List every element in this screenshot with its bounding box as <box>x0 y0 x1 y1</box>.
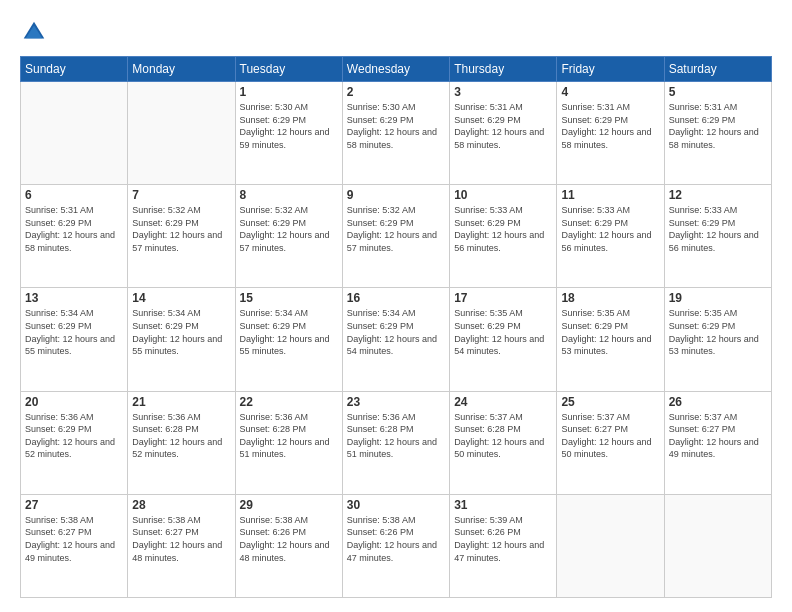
day-number: 8 <box>240 188 338 202</box>
calendar-day-cell: 7Sunrise: 5:32 AMSunset: 6:29 PMDaylight… <box>128 185 235 288</box>
calendar-day-cell: 8Sunrise: 5:32 AMSunset: 6:29 PMDaylight… <box>235 185 342 288</box>
day-detail: Sunrise: 5:35 AMSunset: 6:29 PMDaylight:… <box>669 307 767 357</box>
calendar-day-cell: 31Sunrise: 5:39 AMSunset: 6:26 PMDayligh… <box>450 494 557 597</box>
calendar-week-row: 13Sunrise: 5:34 AMSunset: 6:29 PMDayligh… <box>21 288 772 391</box>
calendar-day-cell: 16Sunrise: 5:34 AMSunset: 6:29 PMDayligh… <box>342 288 449 391</box>
calendar-day-cell: 2Sunrise: 5:30 AMSunset: 6:29 PMDaylight… <box>342 82 449 185</box>
calendar-table: SundayMondayTuesdayWednesdayThursdayFrid… <box>20 56 772 598</box>
day-detail: Sunrise: 5:38 AMSunset: 6:27 PMDaylight:… <box>25 514 123 564</box>
calendar-day-cell: 15Sunrise: 5:34 AMSunset: 6:29 PMDayligh… <box>235 288 342 391</box>
calendar-day-cell: 23Sunrise: 5:36 AMSunset: 6:28 PMDayligh… <box>342 391 449 494</box>
day-number: 3 <box>454 85 552 99</box>
logo-icon <box>20 18 48 46</box>
calendar-day-cell: 28Sunrise: 5:38 AMSunset: 6:27 PMDayligh… <box>128 494 235 597</box>
day-number: 14 <box>132 291 230 305</box>
day-number: 5 <box>669 85 767 99</box>
day-number: 26 <box>669 395 767 409</box>
weekday-header: Monday <box>128 57 235 82</box>
day-detail: Sunrise: 5:35 AMSunset: 6:29 PMDaylight:… <box>454 307 552 357</box>
day-detail: Sunrise: 5:34 AMSunset: 6:29 PMDaylight:… <box>240 307 338 357</box>
day-number: 22 <box>240 395 338 409</box>
day-detail: Sunrise: 5:36 AMSunset: 6:29 PMDaylight:… <box>25 411 123 461</box>
weekday-header: Wednesday <box>342 57 449 82</box>
calendar-day-cell: 30Sunrise: 5:38 AMSunset: 6:26 PMDayligh… <box>342 494 449 597</box>
day-detail: Sunrise: 5:38 AMSunset: 6:27 PMDaylight:… <box>132 514 230 564</box>
day-detail: Sunrise: 5:36 AMSunset: 6:28 PMDaylight:… <box>347 411 445 461</box>
calendar-day-cell: 3Sunrise: 5:31 AMSunset: 6:29 PMDaylight… <box>450 82 557 185</box>
day-number: 18 <box>561 291 659 305</box>
calendar-week-row: 27Sunrise: 5:38 AMSunset: 6:27 PMDayligh… <box>21 494 772 597</box>
day-detail: Sunrise: 5:39 AMSunset: 6:26 PMDaylight:… <box>454 514 552 564</box>
day-number: 1 <box>240 85 338 99</box>
weekday-header: Friday <box>557 57 664 82</box>
calendar-day-cell: 24Sunrise: 5:37 AMSunset: 6:28 PMDayligh… <box>450 391 557 494</box>
calendar-day-cell: 21Sunrise: 5:36 AMSunset: 6:28 PMDayligh… <box>128 391 235 494</box>
calendar-day-cell: 19Sunrise: 5:35 AMSunset: 6:29 PMDayligh… <box>664 288 771 391</box>
calendar-day-cell <box>557 494 664 597</box>
day-detail: Sunrise: 5:31 AMSunset: 6:29 PMDaylight:… <box>669 101 767 151</box>
weekday-header: Tuesday <box>235 57 342 82</box>
day-detail: Sunrise: 5:36 AMSunset: 6:28 PMDaylight:… <box>240 411 338 461</box>
weekday-header: Thursday <box>450 57 557 82</box>
day-detail: Sunrise: 5:30 AMSunset: 6:29 PMDaylight:… <box>240 101 338 151</box>
calendar-day-cell: 1Sunrise: 5:30 AMSunset: 6:29 PMDaylight… <box>235 82 342 185</box>
calendar-week-row: 1Sunrise: 5:30 AMSunset: 6:29 PMDaylight… <box>21 82 772 185</box>
calendar-day-cell: 29Sunrise: 5:38 AMSunset: 6:26 PMDayligh… <box>235 494 342 597</box>
day-number: 6 <box>25 188 123 202</box>
day-detail: Sunrise: 5:37 AMSunset: 6:28 PMDaylight:… <box>454 411 552 461</box>
calendar-day-cell: 4Sunrise: 5:31 AMSunset: 6:29 PMDaylight… <box>557 82 664 185</box>
day-detail: Sunrise: 5:34 AMSunset: 6:29 PMDaylight:… <box>132 307 230 357</box>
day-detail: Sunrise: 5:30 AMSunset: 6:29 PMDaylight:… <box>347 101 445 151</box>
day-number: 24 <box>454 395 552 409</box>
calendar-day-cell: 13Sunrise: 5:34 AMSunset: 6:29 PMDayligh… <box>21 288 128 391</box>
day-detail: Sunrise: 5:37 AMSunset: 6:27 PMDaylight:… <box>561 411 659 461</box>
calendar-day-cell: 26Sunrise: 5:37 AMSunset: 6:27 PMDayligh… <box>664 391 771 494</box>
day-number: 2 <box>347 85 445 99</box>
day-number: 28 <box>132 498 230 512</box>
day-detail: Sunrise: 5:31 AMSunset: 6:29 PMDaylight:… <box>25 204 123 254</box>
day-number: 31 <box>454 498 552 512</box>
day-number: 19 <box>669 291 767 305</box>
day-number: 30 <box>347 498 445 512</box>
day-number: 27 <box>25 498 123 512</box>
day-detail: Sunrise: 5:33 AMSunset: 6:29 PMDaylight:… <box>454 204 552 254</box>
day-detail: Sunrise: 5:32 AMSunset: 6:29 PMDaylight:… <box>240 204 338 254</box>
day-number: 17 <box>454 291 552 305</box>
day-number: 13 <box>25 291 123 305</box>
day-number: 16 <box>347 291 445 305</box>
calendar-day-cell: 6Sunrise: 5:31 AMSunset: 6:29 PMDaylight… <box>21 185 128 288</box>
day-detail: Sunrise: 5:34 AMSunset: 6:29 PMDaylight:… <box>347 307 445 357</box>
calendar-day-cell: 14Sunrise: 5:34 AMSunset: 6:29 PMDayligh… <box>128 288 235 391</box>
day-detail: Sunrise: 5:33 AMSunset: 6:29 PMDaylight:… <box>561 204 659 254</box>
day-detail: Sunrise: 5:31 AMSunset: 6:29 PMDaylight:… <box>561 101 659 151</box>
day-detail: Sunrise: 5:38 AMSunset: 6:26 PMDaylight:… <box>240 514 338 564</box>
calendar-day-cell: 25Sunrise: 5:37 AMSunset: 6:27 PMDayligh… <box>557 391 664 494</box>
day-number: 25 <box>561 395 659 409</box>
day-number: 7 <box>132 188 230 202</box>
calendar-day-cell: 5Sunrise: 5:31 AMSunset: 6:29 PMDaylight… <box>664 82 771 185</box>
calendar-day-cell: 11Sunrise: 5:33 AMSunset: 6:29 PMDayligh… <box>557 185 664 288</box>
day-number: 9 <box>347 188 445 202</box>
day-number: 15 <box>240 291 338 305</box>
day-detail: Sunrise: 5:37 AMSunset: 6:27 PMDaylight:… <box>669 411 767 461</box>
calendar-day-cell: 20Sunrise: 5:36 AMSunset: 6:29 PMDayligh… <box>21 391 128 494</box>
calendar-header-row: SundayMondayTuesdayWednesdayThursdayFrid… <box>21 57 772 82</box>
weekday-header: Saturday <box>664 57 771 82</box>
calendar-week-row: 20Sunrise: 5:36 AMSunset: 6:29 PMDayligh… <box>21 391 772 494</box>
day-number: 11 <box>561 188 659 202</box>
calendar-day-cell: 27Sunrise: 5:38 AMSunset: 6:27 PMDayligh… <box>21 494 128 597</box>
calendar-day-cell: 17Sunrise: 5:35 AMSunset: 6:29 PMDayligh… <box>450 288 557 391</box>
page: SundayMondayTuesdayWednesdayThursdayFrid… <box>0 0 792 612</box>
day-detail: Sunrise: 5:32 AMSunset: 6:29 PMDaylight:… <box>132 204 230 254</box>
calendar-day-cell: 22Sunrise: 5:36 AMSunset: 6:28 PMDayligh… <box>235 391 342 494</box>
day-number: 4 <box>561 85 659 99</box>
day-detail: Sunrise: 5:33 AMSunset: 6:29 PMDaylight:… <box>669 204 767 254</box>
day-detail: Sunrise: 5:31 AMSunset: 6:29 PMDaylight:… <box>454 101 552 151</box>
day-detail: Sunrise: 5:34 AMSunset: 6:29 PMDaylight:… <box>25 307 123 357</box>
header <box>20 18 772 46</box>
calendar-day-cell: 12Sunrise: 5:33 AMSunset: 6:29 PMDayligh… <box>664 185 771 288</box>
day-number: 10 <box>454 188 552 202</box>
day-detail: Sunrise: 5:36 AMSunset: 6:28 PMDaylight:… <box>132 411 230 461</box>
calendar-week-row: 6Sunrise: 5:31 AMSunset: 6:29 PMDaylight… <box>21 185 772 288</box>
weekday-header: Sunday <box>21 57 128 82</box>
